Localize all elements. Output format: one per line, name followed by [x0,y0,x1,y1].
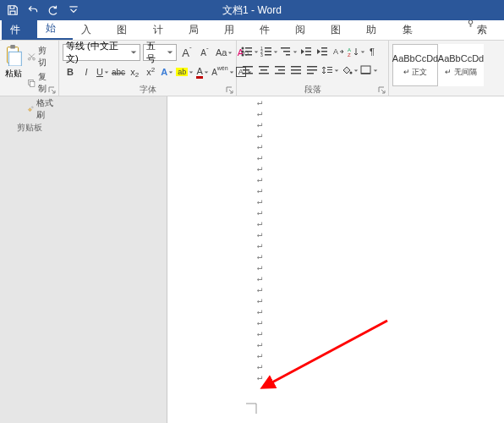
redo-icon[interactable] [44,1,63,19]
paragraph-mark: ↵ [257,338,504,349]
save-icon[interactable] [3,1,22,19]
svg-text:A: A [333,47,338,56]
paragraph-mark: ↵ [257,316,504,327]
font-size-select[interactable]: 五号 [143,44,177,61]
style-normal-label: ↵ 正文 [403,67,428,78]
paragraph-mark: ↵ [257,140,504,151]
svg-point-10 [242,51,244,53]
svg-point-51 [350,72,353,74]
svg-rect-9 [245,47,252,49]
paragraph-mark: ↵ [257,294,504,305]
svg-rect-24 [305,51,311,52]
svg-rect-43 [291,69,301,71]
svg-rect-7 [30,81,35,86]
indent-decrease-button[interactable] [299,44,314,59]
svg-rect-39 [275,66,285,68]
paragraph-mark: ↵ [257,217,504,228]
svg-rect-13 [245,54,252,56]
line-spacing-button[interactable] [320,63,339,78]
paragraph-mark: ↵ [257,272,504,283]
font-name-select[interactable]: 等线 (中文正文) [63,44,140,61]
ltr-button[interactable]: A [331,44,346,59]
change-case-button[interactable]: Aa [215,45,233,60]
paragraph-mark: ↵ [257,162,504,173]
cut-button[interactable]: 剪切 [25,44,55,69]
svg-rect-22 [286,54,290,56]
undo-icon[interactable] [24,1,42,19]
shading-button[interactable] [340,63,359,78]
svg-rect-40 [278,69,285,71]
text-effects-button[interactable]: A [159,64,174,80]
font-color-button[interactable]: A [194,64,210,80]
align-left-icon [242,65,254,75]
svg-rect-21 [283,51,290,52]
align-center-button[interactable] [256,63,271,78]
bullets-button[interactable] [240,44,259,59]
highlight-button[interactable]: ab [175,64,194,80]
clipboard-launcher[interactable] [48,86,57,95]
qat-customize-icon[interactable] [64,1,83,19]
svg-rect-11 [245,51,252,52]
paragraph-mark: ↵ [257,129,504,140]
align-distributed-button[interactable] [304,63,320,78]
paragraph-mark: ↵ [257,371,504,382]
phonetic-button[interactable]: Awén [211,64,234,80]
svg-text:¶: ¶ [370,47,375,57]
svg-rect-28 [321,54,327,56]
italic-button[interactable]: I [79,64,94,80]
svg-rect-42 [291,66,301,68]
font-launcher[interactable] [226,86,234,95]
underline-button[interactable]: U [95,64,110,80]
style-normal[interactable]: AaBbCcDd ↵ 正文 [392,44,438,86]
navigation-pane[interactable] [0,96,167,423]
paragraph-mark: ↵ [257,261,504,272]
grow-font-button[interactable]: Aˆ [179,45,194,60]
distributed-icon [306,65,318,75]
svg-rect-27 [321,51,327,52]
format-painter-button[interactable]: 格式刷 [25,96,55,122]
svg-rect-47 [307,73,314,74]
paragraph-launcher[interactable] [378,86,386,95]
numbering-button[interactable]: 123 [260,44,278,59]
strike-button[interactable]: abc [111,64,126,80]
align-left-button[interactable] [240,63,255,78]
pilcrow-icon: ¶ [369,47,379,57]
svg-rect-3 [9,52,22,66]
align-right-button[interactable] [272,63,288,78]
title-bar: 文档1 - Word [0,0,504,20]
paragraph-mark: ↵ [257,184,504,195]
style-preview-text: AaBbCcDd [438,53,484,63]
style-nospacing[interactable]: AaBbCcDd ↵ 无间隔 [438,44,484,86]
bold-button[interactable]: B [63,64,78,80]
indent-increase-button[interactable] [315,44,330,59]
align-justify-button[interactable] [288,63,304,78]
pilcrow-button[interactable]: ¶ [366,44,381,59]
paragraph-mark: ↵ [257,173,504,184]
paragraph-mark: ↵ [257,360,504,371]
group-clipboard: 粘贴 剪切 复制 格式刷 剪贴板 [0,41,59,96]
align-right-icon [274,65,286,75]
document-page[interactable]: ↵↵↵↵↵↵↵↵↵↵↵↵↵↵↵↵↵↵↵↵↵↵↵↵↵↵ [167,96,504,423]
svg-rect-50 [327,72,332,73]
svg-rect-37 [260,69,267,71]
chevron-down-icon [167,47,173,58]
sort-button[interactable]: AZ [347,44,365,59]
shrink-font-button[interactable]: Aˇ [197,45,212,60]
multilevel-button[interactable] [279,44,298,59]
justify-icon [290,65,302,75]
sort-icon: AZ [348,47,359,57]
paragraph-group-label: 段落 [240,84,385,96]
svg-text:3: 3 [260,52,263,57]
paste-button[interactable]: 粘贴 [3,42,24,80]
paragraph-mark: ↵ [257,96,504,107]
font-group-label: 字体 [63,84,233,96]
svg-rect-49 [327,69,332,70]
svg-point-0 [468,20,473,25]
svg-text:Z: Z [348,52,351,57]
group-font: 等线 (中文正文) 五号 Aˆ Aˇ Aa A◇ B I U abc x2 x2 [59,41,237,96]
subscript-button[interactable]: x2 [127,64,142,80]
borders-button[interactable] [359,63,378,78]
svg-rect-52 [361,66,370,74]
style-preview-text: AaBbCcDd [392,53,438,63]
superscript-button[interactable]: x2 [143,64,158,80]
